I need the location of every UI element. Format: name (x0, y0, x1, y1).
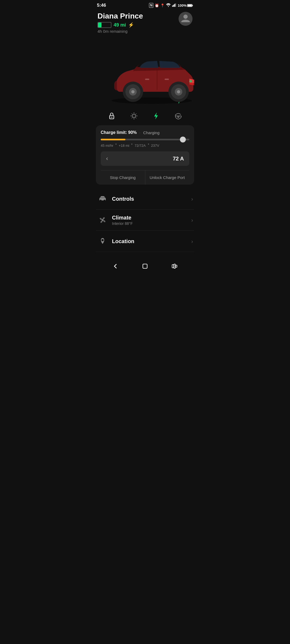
svg-point-14 (131, 90, 135, 93)
stop-charging-button[interactable]: Stop Charging (101, 170, 145, 185)
svg-line-30 (132, 114, 133, 115)
climate-title: Climate (112, 215, 191, 221)
stat-added: +18 mi (119, 144, 129, 148)
unlock-charge-port-button[interactable]: Unlock Charge Port (145, 170, 190, 185)
avatar[interactable] (179, 12, 193, 26)
charging-bolt-icon: ⚡ (128, 22, 134, 28)
menu-item-controls[interactable]: Controls › (96, 188, 194, 210)
amp-selector: ‹ 72 A (101, 151, 189, 166)
amp-value: 72 A (173, 156, 184, 162)
lock-nav-icon[interactable] (107, 111, 116, 120)
climate-content: Climate Interior 88°F (112, 215, 191, 226)
svg-point-18 (177, 90, 180, 93)
home-button[interactable] (137, 261, 153, 273)
climate-icon-container (97, 214, 108, 226)
charging-status-label: Charging (143, 130, 160, 135)
stat-amperage: 72/72A (135, 144, 146, 148)
back-button[interactable] (107, 261, 124, 273)
amp-decrease-button[interactable]: ‹ (106, 155, 108, 162)
svg-rect-45 (176, 265, 177, 267)
svg-rect-4 (175, 3, 175, 7)
status-icons: N ⏰ 📍 100% (149, 3, 193, 8)
user-info: Diana Prince 49 mi ⚡ 4h 0m remaining (97, 12, 143, 34)
location-icon-container (97, 236, 108, 247)
battery-indicator: 100% (178, 3, 193, 8)
charge-stats: 45 mi/hr +18 mi 72/72A 237V (101, 144, 189, 148)
location-content: Location (112, 238, 191, 244)
svg-line-33 (132, 117, 133, 118)
svg-rect-44 (174, 264, 175, 268)
charge-panel: Charge limit: 90% · Charging 45 mi/hr +1… (96, 125, 194, 185)
charge-header: Charge limit: 90% · Charging (101, 130, 189, 135)
battery-fill (98, 23, 102, 27)
svg-marker-34 (154, 112, 158, 119)
controls-content: Controls (112, 196, 191, 202)
svg-rect-19 (145, 79, 149, 80)
controls-arrow-icon: › (191, 196, 193, 202)
stat-dot-3 (148, 144, 149, 145)
svg-rect-8 (192, 5, 193, 6)
svg-point-38 (100, 200, 102, 201)
svg-point-24 (111, 117, 112, 118)
nav-icons (93, 109, 197, 125)
header: Diana Prince 49 mi ⚡ 4h 0m remaining (93, 10, 197, 34)
user-name: Diana Prince (97, 12, 143, 20)
svg-rect-5 (176, 3, 176, 7)
wifi-icon (166, 3, 171, 8)
recents-button[interactable] (166, 261, 183, 273)
svg-rect-2 (173, 5, 173, 7)
charge-slider[interactable] (101, 139, 189, 140)
svg-rect-3 (174, 4, 174, 7)
fan-icon (98, 216, 107, 224)
charge-slider-fill (101, 139, 125, 140)
charging-time: 4h 0m remaining (97, 29, 143, 34)
more-nav-icon[interactable] (174, 111, 183, 120)
stat-dot-2 (131, 144, 132, 145)
climate-nav-icon[interactable] (129, 111, 139, 120)
svg-point-39 (104, 200, 105, 201)
svg-line-32 (135, 114, 136, 115)
controls-icon-container (97, 193, 108, 204)
charge-nav-icon[interactable] (151, 111, 161, 120)
svg-rect-20 (165, 79, 169, 80)
menu-item-location[interactable]: Location › (96, 231, 194, 252)
status-time: 5:46 (97, 3, 106, 8)
car-area (93, 34, 197, 109)
climate-arrow-icon: › (191, 217, 193, 223)
alarm-icon: ⏰ (155, 3, 159, 8)
menu-section: Controls › Climate Interior 88°F › (93, 188, 197, 252)
separator: · (139, 130, 140, 135)
svg-rect-42 (143, 264, 147, 268)
car-illustration (93, 36, 197, 106)
nfc-icon: N (149, 3, 153, 8)
charge-slider-thumb[interactable] (180, 137, 186, 142)
action-buttons: Stop Charging Unlock Charge Port (101, 170, 189, 185)
climate-subtitle: Interior 88°F (112, 221, 191, 226)
location-title: Location (112, 238, 191, 244)
svg-point-41 (102, 239, 104, 241)
avatar-icon (180, 14, 191, 24)
controls-title: Controls (112, 196, 191, 202)
svg-point-40 (102, 219, 103, 221)
battery-row: 49 mi ⚡ (97, 22, 143, 28)
svg-rect-43 (172, 265, 174, 268)
stat-speed: 45 mi/hr (101, 144, 113, 148)
location-status-icon: 📍 (160, 3, 165, 8)
svg-rect-1 (172, 5, 173, 7)
svg-point-21 (189, 80, 192, 83)
signal-icon (172, 3, 176, 8)
svg-point-25 (132, 114, 136, 118)
location-icon (98, 237, 107, 246)
charge-limit-label: Charge limit: 90% (101, 130, 137, 135)
car-icon (98, 195, 107, 203)
status-bar: 5:46 N ⏰ 📍 100% (93, 0, 197, 10)
svg-point-0 (168, 6, 169, 7)
svg-line-31 (135, 117, 136, 118)
svg-rect-7 (187, 5, 192, 6)
stat-dot-1 (115, 144, 117, 145)
location-arrow-icon: › (191, 238, 193, 244)
battery-bar (97, 22, 111, 28)
stat-voltage: 237V (151, 144, 159, 148)
bottom-nav (93, 257, 197, 277)
menu-item-climate[interactable]: Climate Interior 88°F › (96, 210, 194, 231)
